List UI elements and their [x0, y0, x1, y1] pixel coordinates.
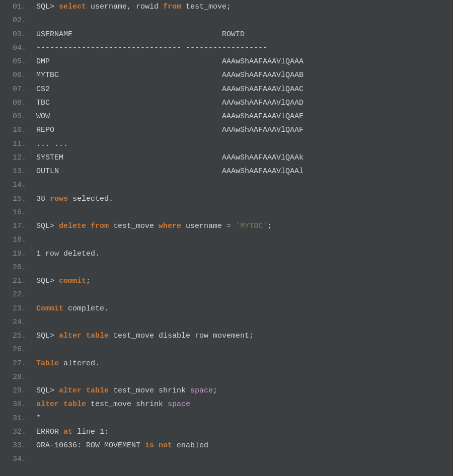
code-token: complete. — [63, 304, 109, 313]
code-token: table — [63, 400, 86, 409]
code-token: altered. — [59, 359, 100, 368]
line-number: 20. — [0, 261, 31, 274]
code-token — [82, 386, 86, 395]
code-line — [36, 206, 453, 219]
code-line: SQL> delete from test_move where usernam… — [36, 219, 453, 233]
code-content: SQL> select username, rowid from test_mo… — [31, 0, 453, 466]
code-line — [36, 370, 453, 384]
code-line — [36, 261, 453, 274]
code-token: from — [163, 3, 181, 11]
line-number: 22. — [0, 288, 31, 301]
code-line — [36, 452, 453, 466]
code-token: is — [145, 441, 154, 450]
code-token: SQL> — [36, 332, 59, 340]
code-token: test_move disable row movement; — [109, 332, 254, 340]
code-line: SQL> alter table test_move shrink space; — [36, 384, 453, 398]
code-token: CS2 AAAwShAAFAAAVlQAAC — [36, 85, 304, 94]
line-number: 01. — [0, 0, 31, 14]
line-number: 05. — [0, 55, 31, 68]
code-token: alter — [59, 332, 82, 340]
line-number: 24. — [0, 315, 31, 329]
code-token: MYTBC AAAwShAAFAAAVlQAAB — [36, 71, 304, 80]
code-token: username = — [181, 222, 236, 230]
code-token: SQL> — [36, 386, 59, 395]
code-token: 38 — [36, 195, 50, 203]
code-line: ERROR at line 1: — [36, 425, 453, 439]
code-token: ORA-10636: ROW MOVEMENT — [36, 441, 145, 450]
code-token: 1 row deleted. — [36, 250, 100, 258]
code-line: DMP AAAwShAAFAAAVlQAAA — [36, 55, 453, 68]
line-number: 26. — [0, 343, 31, 356]
code-line — [36, 288, 453, 301]
line-number: 04. — [0, 41, 31, 55]
code-token: not — [159, 441, 172, 450]
code-token: DMP AAAwShAAFAAAVlQAAA — [36, 57, 304, 66]
code-line: SQL> commit; — [36, 274, 453, 288]
code-token: line 1: — [72, 428, 109, 436]
line-number: 16. — [0, 206, 31, 219]
line-number: 15. — [0, 192, 31, 206]
line-number: 34. — [0, 452, 31, 466]
code-line: TBC AAAwShAAFAAAVlQAAD — [36, 96, 453, 110]
code-token: at — [63, 428, 72, 436]
code-token: enabled — [172, 441, 208, 450]
code-token: ... ... — [36, 140, 68, 148]
code-token: test_move shrink — [86, 400, 168, 409]
code-token: WOW AAAwShAAFAAAVlQAAE — [36, 112, 304, 121]
code-token: TBC AAAwShAAFAAAVlQAAD — [36, 99, 304, 107]
line-number: 29. — [0, 384, 31, 398]
code-line: WOW AAAwShAAFAAAVlQAAE — [36, 110, 453, 123]
code-token: Table — [36, 359, 59, 368]
line-number: 13. — [0, 165, 31, 178]
code-line — [36, 315, 453, 329]
code-token: from — [91, 222, 109, 230]
code-token: alter — [36, 400, 59, 409]
code-line — [36, 343, 453, 356]
code-token: test_move — [109, 222, 159, 230]
code-token: REPO AAAwShAAFAAAVlQAAF — [36, 126, 304, 134]
code-token: SQL> — [36, 222, 59, 230]
code-line: -------------------------------- -------… — [36, 41, 453, 55]
code-token — [154, 441, 159, 450]
code-token: SQL> — [36, 277, 59, 285]
line-number: 07. — [0, 83, 31, 96]
line-number: 11. — [0, 137, 31, 151]
code-line — [36, 233, 453, 247]
code-token: table — [86, 332, 109, 340]
code-token: selected. — [68, 195, 113, 203]
code-token: rows — [50, 195, 68, 203]
code-token: SYSTEM AAAwShAAFAAAVlQAAk — [36, 153, 304, 162]
line-number: 21. — [0, 274, 31, 288]
code-token — [59, 400, 63, 409]
code-token: 'MYTBC' — [236, 222, 267, 230]
line-number: 14. — [0, 178, 31, 192]
line-number: 31. — [0, 412, 31, 425]
code-line: USERNAME ROWID — [36, 28, 453, 41]
code-token: USERNAME ROWID — [36, 30, 245, 39]
code-token: test_move shrink — [109, 386, 190, 395]
code-line — [36, 178, 453, 192]
code-line — [36, 14, 453, 27]
code-line: CS2 AAAwShAAFAAAVlQAAC — [36, 83, 453, 96]
line-number: 12. — [0, 151, 31, 165]
line-numbers: 01.02.03.04.05.06.07.08.09.10.11.12.13.1… — [0, 0, 31, 466]
code-token: space — [168, 400, 190, 409]
code-line: SQL> alter table test_move disable row m… — [36, 329, 453, 343]
line-number: 06. — [0, 68, 31, 82]
code-token: test_move; — [181, 3, 231, 11]
code-token: delete — [59, 222, 86, 230]
code-token: commit — [59, 277, 86, 285]
code-token — [82, 332, 86, 340]
code-line: 1 row deleted. — [36, 247, 453, 261]
code-token: space — [190, 386, 213, 395]
line-number: 03. — [0, 28, 31, 41]
code-token: where — [159, 222, 181, 230]
code-line: ORA-10636: ROW MOVEMENT is not enabled — [36, 439, 453, 452]
line-number: 18. — [0, 233, 31, 247]
line-number: 32. — [0, 425, 31, 439]
code-line: * — [36, 412, 453, 425]
code-token: Commit — [36, 304, 63, 313]
code-token: -------------------------------- -------… — [36, 44, 267, 52]
code-line: 38 rows selected. — [36, 192, 453, 206]
line-number: 28. — [0, 370, 31, 384]
